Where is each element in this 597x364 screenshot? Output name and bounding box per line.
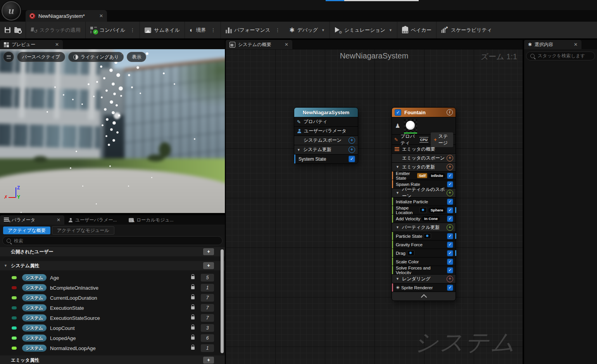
module-enabled-checkbox[interactable]: ✓ (447, 242, 453, 248)
parameter-row[interactable]: システム LoopedAge 6 (0, 333, 225, 343)
system-spawn-group[interactable]: システムスポーン + (294, 136, 358, 145)
collapse-arrow-icon[interactable]: ▼ (4, 264, 7, 268)
bounds-button[interactable]: ◐ 境界 (190, 27, 206, 34)
system-user-params-row[interactable]: ユーザーパラメータ (294, 126, 358, 136)
stack-row[interactable]: ✳ Sprite Renderer ✓ (392, 283, 456, 292)
add-stage-button[interactable]: +ステージ (431, 132, 453, 147)
apply-scratch-button[interactable]: スクラッチの適用 (31, 27, 81, 34)
debug-button[interactable]: ✱ デバッグ ▼ (289, 27, 325, 34)
add-module-button[interactable]: + (447, 164, 453, 170)
active-overview-button[interactable]: アクティブな概要 (3, 227, 50, 234)
module-enabled-checkbox[interactable]: ✓ (447, 267, 453, 273)
stack-row[interactable]: Gravity Force ✓ (392, 240, 456, 249)
parameters-search[interactable] (2, 236, 223, 245)
module-enabled-checkbox[interactable]: ✓ (447, 259, 453, 265)
add-module-button[interactable]: + (447, 155, 453, 161)
save-button[interactable] (5, 27, 10, 33)
info-icon[interactable]: i (447, 109, 453, 115)
performance-button[interactable]: パフォーマンス (226, 27, 271, 34)
close-icon[interactable]: ✕ (57, 218, 60, 222)
tab-preview[interactable]: プレビュー ✕ (0, 40, 63, 49)
parameter-row[interactable]: システム Age 5 (0, 273, 225, 283)
module-enabled-checkbox[interactable]: ✓ (447, 250, 453, 256)
collapse-node-button[interactable] (392, 292, 456, 300)
module-enabled-checkbox[interactable]: ✓ (447, 285, 453, 291)
close-icon[interactable]: ✕ (99, 14, 103, 18)
emitter-thumbnail[interactable] (404, 119, 417, 132)
stack-row[interactable]: ▼ レンダリング + (392, 274, 456, 283)
module-enabled-checkbox[interactable]: ✓ (447, 207, 453, 213)
collapse-arrow-icon[interactable]: ▼ (396, 191, 399, 195)
tab-local-modules[interactable]: ローカルモジュ... (125, 215, 185, 225)
value-tag-badge[interactable]: Infinite (429, 173, 445, 179)
scrollbar[interactable] (221, 249, 224, 353)
section-published-users[interactable]: 公開されたユーザー + (0, 247, 225, 256)
system-update-group[interactable]: ▼ システム更新 + (294, 145, 358, 154)
module-enabled-checkbox[interactable]: ✓ (447, 181, 453, 187)
fountain-node-header[interactable]: ✓ Fountain i (392, 108, 456, 117)
parameter-row[interactable]: システム ExecutionStateSource 7 (0, 313, 225, 323)
preview-viewport[interactable]: パースペクティブ ライティングあり 表示 Z Y ✗ (0, 49, 225, 213)
system-state-module[interactable]: System State ✓ (294, 154, 358, 163)
stack-row[interactable]: Initialize Particle ✓ (392, 197, 456, 206)
close-icon[interactable]: ✕ (574, 42, 578, 47)
stack-row[interactable]: ▼ エミッタの更新 + (392, 162, 456, 171)
stack-row[interactable]: ▼ パーティクル更新 + (392, 223, 456, 232)
tab-user-parameters[interactable]: ユーザーパラメー... (64, 215, 125, 225)
parameter-row[interactable]: システム CurrentLoopDuration 7 (0, 293, 225, 303)
module-enabled-checkbox[interactable]: ✓ (349, 156, 355, 162)
module-enabled-checkbox[interactable]: ✓ (447, 199, 453, 205)
stack-row[interactable]: エミッタのスポーン + (392, 153, 456, 162)
section-system-attributes[interactable]: ▼ システム属性 + (0, 261, 225, 270)
selection-search-input[interactable] (537, 53, 591, 59)
active-modules-button[interactable]: アクティブなモジュール (52, 226, 114, 235)
lit-mode-button[interactable]: ライティングあり (68, 52, 124, 62)
emitter-enabled-checkbox[interactable]: ✓ (395, 109, 401, 116)
stack-row[interactable]: ▼ パーティクルのスポーン + (392, 188, 456, 197)
tab-system-overview[interactable]: システムの概要 ✕ (226, 40, 292, 49)
perspective-button[interactable]: パースペクティブ (17, 52, 65, 62)
add-module-button[interactable]: + (349, 146, 355, 153)
parameter-row[interactable]: システム bCompleteOnInactive 1 (0, 283, 225, 293)
stack-row[interactable]: Particle State ✓ (392, 232, 456, 240)
module-enabled-checkbox[interactable]: ✓ (447, 216, 453, 222)
system-properties-row[interactable]: ✎ プロパティ (294, 117, 358, 126)
bounds-options-button[interactable]: ⋮ (211, 27, 216, 33)
add-module-button[interactable]: + (447, 190, 453, 196)
module-enabled-checkbox[interactable]: ✓ (447, 233, 453, 239)
parameters-search-input[interactable] (13, 238, 218, 244)
asset-tab[interactable]: NewNiagaraSystem* ✕ (26, 10, 107, 22)
value-dot-badge[interactable] (407, 250, 414, 256)
add-module-button[interactable]: + (349, 137, 355, 144)
graph-canvas[interactable]: NewNiagaraSystem ズーム 1:1 システム NewNiagara… (226, 49, 523, 364)
stack-row[interactable]: Solve Forces and Velocity ✓ (392, 266, 456, 274)
add-module-button[interactable]: + (447, 276, 453, 282)
value-tag-badge[interactable]: Sphere (428, 208, 445, 213)
scalability-button[interactable]: スケーラビリティ (441, 27, 492, 34)
stack-row[interactable]: Add Velocity In Cone ✓ (392, 214, 456, 223)
stack-row[interactable]: Emitter State Self Infinite ✓ (392, 171, 456, 180)
system-node-header[interactable]: NewNiagaraSystem (294, 108, 358, 117)
baker-button[interactable]: ベイカー (402, 27, 431, 34)
collapse-arrow-icon[interactable]: ▼ (396, 225, 399, 229)
selection-search[interactable] (526, 52, 595, 60)
parameter-row[interactable]: システム NormalizedLoopAge 1 (0, 343, 225, 353)
close-icon[interactable]: ✕ (55, 42, 59, 47)
module-enabled-checkbox[interactable]: ✓ (447, 173, 453, 179)
collapse-arrow-icon[interactable]: ▼ (396, 165, 399, 169)
value-dot-badge[interactable] (419, 207, 427, 213)
value-dot-badge[interactable] (424, 233, 431, 239)
system-node[interactable]: NewNiagaraSystem ✎ プロパティ ユーザーパラメータ システムス… (294, 107, 358, 164)
browse-button[interactable] (14, 27, 21, 33)
add-parameter-button[interactable]: + (203, 248, 214, 255)
collapse-arrow-icon[interactable]: ▼ (297, 148, 300, 152)
thumbnail-button[interactable]: サムネイル (145, 27, 180, 34)
show-button[interactable]: 表示 (127, 52, 146, 62)
fountain-emitter-node[interactable]: ✓ Fountain i ♟ ✎ プロパティ CPU +ステージ (392, 107, 456, 301)
close-icon[interactable]: ✕ (285, 42, 288, 47)
collapse-arrow-icon[interactable]: ▼ (396, 277, 399, 281)
compile-button[interactable]: コンパイル (90, 27, 126, 34)
viewport-menu-button[interactable] (3, 52, 14, 62)
parameter-row[interactable]: システム LoopCount 3 (0, 323, 225, 333)
section-emitter-attributes[interactable]: エミッタ属性 + (0, 355, 225, 364)
